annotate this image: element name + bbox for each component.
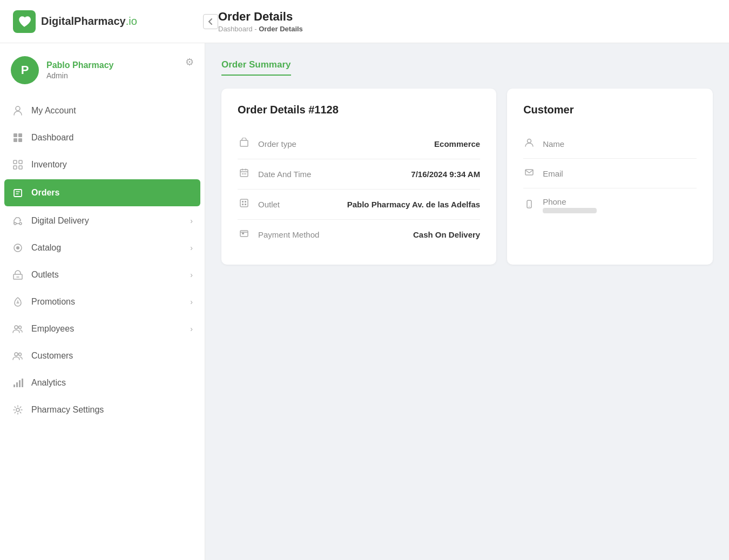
logo-area: DigitalPharmacy.io <box>13 10 218 33</box>
page-title-area: Order Details Dashboard - Order Details <box>218 10 303 33</box>
svg-rect-26 <box>242 173 243 174</box>
svg-rect-22 <box>22 379 23 387</box>
svg-rect-2 <box>18 133 22 137</box>
svg-rect-8 <box>19 166 22 169</box>
svg-point-39 <box>529 206 530 207</box>
payment-method-field: Payment Method Cash On Delivery <box>238 220 480 249</box>
svg-point-18 <box>19 353 22 356</box>
customer-phone-field: Phone <box>523 188 697 222</box>
svg-rect-33 <box>245 204 246 205</box>
cards-row: Order Details #1128 Order type Ecommerce… <box>221 89 713 265</box>
order-type-icon <box>238 138 251 150</box>
pharmacy-avatar: P <box>11 56 39 84</box>
sidebar-item-dashboard[interactable]: Dashboard <box>0 124 205 151</box>
svg-rect-5 <box>14 160 17 164</box>
sidebar-item-employees[interactable]: Employees › <box>0 315 205 342</box>
order-details-card: Order Details #1128 Order type Ecommerce… <box>221 89 496 265</box>
settings-gear-icon[interactable]: ⚙ <box>185 56 194 68</box>
svg-rect-30 <box>242 201 244 203</box>
customer-card: Customer Name Email <box>507 89 713 265</box>
svg-rect-31 <box>245 201 246 203</box>
collapse-button[interactable] <box>203 14 218 29</box>
pharmacy-settings-icon <box>12 404 24 416</box>
customer-name-field: Name <box>523 129 697 159</box>
svg-rect-3 <box>14 138 17 142</box>
date-time-label: Date And Time <box>258 170 403 179</box>
pharmacy-settings-label: Pharmacy Settings <box>31 405 193 415</box>
order-type-field: Order type Ecommerce <box>238 129 480 159</box>
analytics-icon <box>12 377 24 389</box>
inventory-label: Inventory <box>31 160 193 170</box>
svg-rect-20 <box>16 382 18 387</box>
svg-rect-37 <box>525 170 533 175</box>
customer-email-icon <box>523 167 535 179</box>
customers-icon <box>12 350 24 362</box>
date-time-icon <box>238 168 251 180</box>
sidebar-item-inventory[interactable]: Inventory <box>0 151 205 178</box>
catalog-icon <box>12 242 24 254</box>
sidebar-item-outlets[interactable]: Outlets › <box>0 261 205 288</box>
outlets-chevron: › <box>190 271 193 279</box>
svg-point-11 <box>19 222 22 225</box>
orders-label: Orders <box>31 188 193 198</box>
svg-rect-19 <box>14 384 15 387</box>
pharmacy-name: Pablo Pharmacy <box>46 60 114 70</box>
digital-delivery-icon <box>12 215 24 227</box>
customer-phone-label: Phone <box>543 197 566 206</box>
sidebar-item-orders[interactable]: Orders <box>4 179 200 206</box>
outlets-label: Outlets <box>31 270 183 280</box>
main-layout: P Pablo Pharmacy Admin ⚙ My Account Dash… <box>0 43 729 560</box>
tab-container: Order Summary <box>221 59 713 76</box>
order-type-label: Order type <box>258 139 427 149</box>
analytics-label: Analytics <box>31 378 193 388</box>
sidebar-item-pharmacy-settings[interactable]: Pharmacy Settings <box>0 396 205 423</box>
catalog-label: Catalog <box>31 243 183 253</box>
svg-rect-35 <box>242 233 244 234</box>
date-time-field: Date And Time 7/16/2024 9:34 AM <box>238 159 480 190</box>
sidebar-item-analytics[interactable]: Analytics <box>0 369 205 396</box>
sidebar-item-promotions[interactable]: Promotions › <box>0 288 205 315</box>
pharmacy-info: Pablo Pharmacy Admin <box>46 60 114 80</box>
outlet-label: Outlet <box>258 200 340 209</box>
sidebar-item-my-account[interactable]: My Account <box>0 97 205 124</box>
dashboard-label: Dashboard <box>31 133 193 143</box>
sidebar-item-digital-delivery[interactable]: Digital Delivery › <box>0 207 205 234</box>
svg-rect-25 <box>240 170 248 177</box>
svg-point-36 <box>528 139 531 143</box>
catalog-chevron: › <box>190 244 193 252</box>
svg-rect-29 <box>240 199 248 207</box>
sidebar: P Pablo Pharmacy Admin ⚙ My Account Dash… <box>0 43 205 560</box>
phone-placeholder-bar <box>543 208 597 213</box>
payment-method-icon <box>238 228 251 241</box>
outlets-icon <box>12 269 24 281</box>
sidebar-item-catalog[interactable]: Catalog › <box>0 234 205 261</box>
employees-icon <box>12 323 24 335</box>
svg-rect-4 <box>18 138 22 142</box>
svg-rect-28 <box>245 173 246 174</box>
tab-order-summary[interactable]: Order Summary <box>221 59 291 76</box>
svg-point-16 <box>19 326 22 329</box>
date-time-value: 7/16/2024 9:34 AM <box>411 170 480 179</box>
svg-rect-32 <box>242 204 244 205</box>
promotions-icon <box>12 296 24 308</box>
outlet-value: Pablo Pharmacy Av. de las Adelfas <box>347 199 481 210</box>
svg-point-15 <box>15 326 18 329</box>
nav-menu: My Account Dashboard Inventory Orders <box>0 97 205 423</box>
my-account-icon <box>12 105 24 117</box>
sidebar-item-customers[interactable]: Customers <box>0 342 205 369</box>
pharmacy-profile: P Pablo Pharmacy Admin ⚙ <box>0 43 205 97</box>
payment-method-value: Cash On Delivery <box>413 230 480 239</box>
customer-phone-content: Phone <box>543 197 597 213</box>
svg-rect-1 <box>14 133 17 137</box>
outlet-icon <box>238 198 251 211</box>
svg-rect-7 <box>14 166 17 169</box>
breadcrumb: Dashboard - Order Details <box>218 25 303 33</box>
employees-label: Employees <box>31 324 183 334</box>
customer-name-icon <box>523 138 535 150</box>
customer-name-label: Name <box>543 139 564 149</box>
logo-icon <box>13 10 36 33</box>
customer-email-label: Email <box>543 169 563 178</box>
employees-chevron: › <box>190 325 193 333</box>
payment-method-label: Payment Method <box>258 230 406 239</box>
digital-delivery-chevron: › <box>190 217 193 225</box>
